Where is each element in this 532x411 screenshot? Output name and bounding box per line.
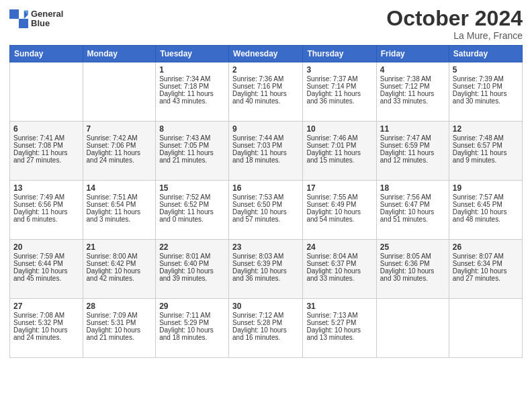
calendar-cell: 21Sunrise: 8:00 AMSunset: 6:42 PMDayligh… — [83, 240, 156, 299]
calendar-cell: 28Sunrise: 7:09 AMSunset: 5:31 PMDayligh… — [83, 299, 156, 358]
day-info: Sunset: 7:06 PM — [87, 142, 152, 149]
day-info: Sunrise: 7:38 AM — [380, 75, 445, 83]
day-info: Daylight: 10 hours and 51 minutes. — [380, 208, 445, 223]
day-info: Daylight: 10 hours and 33 minutes. — [306, 267, 372, 282]
day-info: Daylight: 10 hours and 45 minutes. — [13, 267, 79, 282]
day-info: Sunset: 6:44 PM — [13, 260, 79, 267]
title-block: October 2024 La Mure, France — [386, 7, 523, 41]
day-info: Sunrise: 7:46 AM — [306, 134, 372, 142]
calendar-cell — [449, 299, 522, 358]
calendar-cell: 22Sunrise: 8:01 AMSunset: 6:40 PMDayligh… — [156, 240, 229, 299]
day-info: Sunset: 5:31 PM — [87, 319, 152, 326]
day-number: 2 — [232, 65, 299, 75]
day-info: Daylight: 11 hours and 18 minutes. — [232, 149, 299, 164]
day-info: Sunrise: 7:13 AM — [306, 312, 372, 319]
calendar-cell: 1Sunrise: 7:34 AMSunset: 7:18 PMDaylight… — [156, 62, 229, 122]
day-of-week-header: Friday — [376, 46, 449, 62]
day-info: Sunset: 6:49 PM — [306, 201, 372, 208]
day-number: 13 — [13, 183, 79, 193]
day-info: Sunset: 7:12 PM — [380, 83, 445, 90]
day-info: Sunrise: 7:51 AM — [87, 193, 152, 201]
logo-line1: General — [31, 9, 63, 19]
day-info: Sunset: 6:40 PM — [159, 260, 225, 267]
day-number: 18 — [380, 183, 445, 193]
day-info: Sunrise: 7:48 AM — [453, 134, 519, 142]
calendar-cell: 31Sunrise: 7:13 AMSunset: 5:27 PMDayligh… — [303, 299, 376, 358]
day-info: Sunset: 7:05 PM — [159, 142, 225, 149]
calendar-week-row: 6Sunrise: 7:41 AMSunset: 7:08 PMDaylight… — [10, 122, 523, 181]
day-of-week-header: Tuesday — [156, 46, 229, 62]
day-info: Sunset: 7:01 PM — [306, 142, 372, 149]
day-info: Daylight: 11 hours and 12 minutes. — [380, 149, 445, 164]
month-title: October 2024 — [386, 7, 523, 30]
day-number: 3 — [306, 65, 372, 75]
day-info: Daylight: 10 hours and 21 minutes. — [87, 326, 152, 341]
day-info: Sunset: 6:50 PM — [232, 201, 299, 208]
day-info: Sunset: 6:59 PM — [380, 142, 445, 149]
logo-text: General Blue — [31, 9, 63, 29]
calendar-week-row: 27Sunrise: 7:08 AMSunset: 5:32 PMDayligh… — [10, 299, 523, 358]
day-info: Sunrise: 7:41 AM — [13, 134, 79, 142]
day-number: 6 — [13, 124, 79, 134]
day-info: Sunrise: 8:00 AM — [87, 253, 152, 260]
day-info: Daylight: 11 hours and 0 minutes. — [159, 208, 225, 223]
day-info: Daylight: 11 hours and 9 minutes. — [453, 149, 519, 164]
day-number: 23 — [232, 242, 299, 252]
day-info: Sunrise: 7:52 AM — [159, 193, 225, 201]
day-info: Sunrise: 7:57 AM — [453, 193, 519, 201]
day-info: Sunset: 7:08 PM — [13, 142, 79, 149]
day-info: Sunrise: 7:44 AM — [232, 134, 299, 142]
logo-icon — [9, 9, 28, 28]
day-info: Sunset: 6:52 PM — [159, 201, 225, 208]
calendar-cell: 29Sunrise: 7:11 AMSunset: 5:29 PMDayligh… — [156, 299, 229, 358]
day-number: 29 — [159, 302, 225, 311]
calendar-cell: 23Sunrise: 8:03 AMSunset: 6:39 PMDayligh… — [229, 240, 303, 299]
day-info: Sunset: 6:57 PM — [453, 142, 519, 149]
day-info: Sunrise: 7:49 AM — [13, 193, 79, 201]
day-info: Daylight: 11 hours and 24 minutes. — [87, 149, 152, 164]
day-info: Sunset: 7:14 PM — [306, 83, 372, 90]
day-of-week-header: Thursday — [303, 46, 376, 62]
day-info: Daylight: 11 hours and 36 minutes. — [306, 90, 372, 105]
day-info: Daylight: 11 hours and 40 minutes. — [232, 90, 299, 105]
calendar-cell: 17Sunrise: 7:55 AMSunset: 6:49 PMDayligh… — [303, 181, 376, 240]
day-info: Sunrise: 8:01 AM — [159, 253, 225, 260]
day-info: Sunset: 6:42 PM — [87, 260, 152, 267]
day-info: Daylight: 10 hours and 18 minutes. — [159, 326, 225, 341]
day-info: Daylight: 10 hours and 57 minutes. — [232, 208, 299, 223]
day-info: Daylight: 11 hours and 33 minutes. — [380, 90, 445, 105]
day-info: Sunrise: 7:34 AM — [159, 75, 225, 83]
calendar-cell: 26Sunrise: 8:07 AMSunset: 6:34 PMDayligh… — [449, 240, 522, 299]
calendar-cell: 8Sunrise: 7:43 AMSunset: 7:05 PMDaylight… — [156, 122, 229, 181]
day-info: Daylight: 10 hours and 16 minutes. — [232, 326, 299, 341]
day-info: Sunset: 5:27 PM — [306, 319, 372, 326]
day-info: Sunset: 5:32 PM — [13, 319, 79, 326]
day-info: Daylight: 11 hours and 3 minutes. — [87, 208, 152, 223]
day-number: 5 — [453, 65, 519, 75]
calendar-cell: 2Sunrise: 7:36 AMSunset: 7:16 PMDaylight… — [229, 62, 303, 122]
calendar-cell: 20Sunrise: 7:59 AMSunset: 6:44 PMDayligh… — [10, 240, 83, 299]
day-number: 25 — [380, 242, 445, 252]
day-number: 27 — [13, 302, 79, 311]
day-number: 31 — [306, 302, 372, 311]
day-number: 14 — [87, 183, 152, 193]
day-info: Sunrise: 7:59 AM — [13, 253, 79, 260]
day-info: Daylight: 10 hours and 30 minutes. — [380, 267, 445, 282]
svg-rect-3 — [19, 19, 28, 28]
day-number: 7 — [87, 124, 152, 134]
calendar-table: SundayMondayTuesdayWednesdayThursdayFrid… — [9, 45, 523, 358]
day-number: 26 — [453, 242, 519, 252]
day-number: 16 — [232, 183, 299, 193]
calendar-cell: 13Sunrise: 7:49 AMSunset: 6:56 PMDayligh… — [10, 181, 83, 240]
page: General Blue October 2024 La Mure, Franc… — [0, 0, 532, 411]
day-info: Sunset: 6:36 PM — [380, 260, 445, 267]
day-number: 9 — [232, 124, 299, 134]
day-info: Sunrise: 7:12 AM — [232, 312, 299, 319]
day-number: 1 — [159, 65, 225, 75]
day-number: 22 — [159, 242, 225, 252]
day-number: 17 — [306, 183, 372, 193]
header: General Blue October 2024 La Mure, Franc… — [9, 7, 523, 41]
day-info: Sunrise: 8:05 AM — [380, 253, 445, 260]
day-info: Sunset: 6:54 PM — [87, 201, 152, 208]
day-info: Sunset: 7:10 PM — [453, 83, 519, 90]
